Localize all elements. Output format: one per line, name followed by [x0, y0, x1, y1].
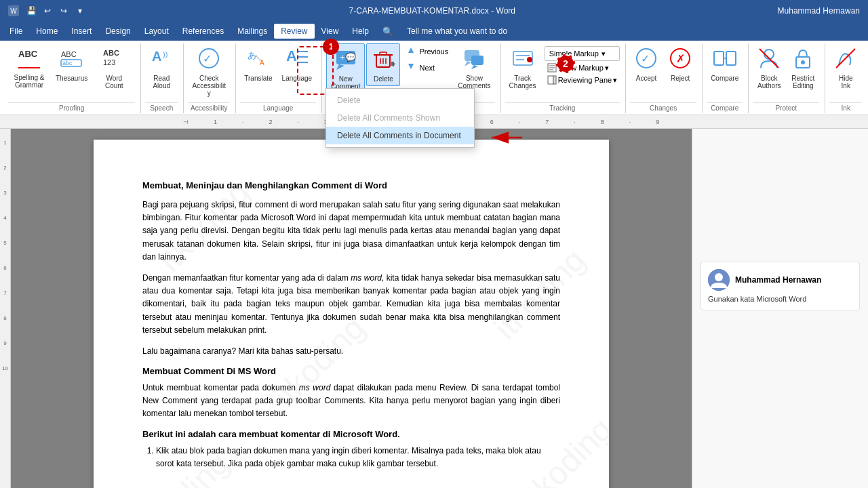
delete-all-document-menu-item[interactable]: Delete All Comments in Document — [326, 127, 474, 144]
main-area: 1 2 3 4 5 6 7 8 9 10 itkoding itkoding i… — [0, 129, 868, 488]
track-changes-button[interactable]: TrackChanges — [505, 43, 540, 92]
track-changes-label: TrackChanges — [509, 75, 536, 89]
ribbon-group-changes: ✓ Accept ✗ Reject Changes — [627, 43, 703, 113]
reject-button[interactable]: ✗ Reject — [664, 43, 696, 85]
restrict-editing-button[interactable]: RestrictEditing — [787, 43, 819, 92]
doc-paragraph-3: Lalu bagaimana caranya? Mari kita bahas … — [142, 345, 560, 358]
menu-tell-me[interactable]: Tell me what you want to do — [400, 24, 514, 39]
undo-btn[interactable]: ↩ — [41, 4, 54, 18]
translate-button[interactable]: あA Translate — [240, 43, 276, 85]
svg-rect-51 — [726, 52, 736, 65]
svg-text:+💬: +💬 — [340, 52, 357, 63]
read-aloud-label: ReadAloud — [153, 75, 170, 89]
left-ruler: 1 2 3 4 5 6 7 8 9 10 — [0, 129, 11, 488]
svg-text:A: A — [152, 49, 161, 64]
tracking-group-label: Tracking — [505, 102, 620, 113]
document-title: 7-CARA-MEMBUAT-KOMENTAR.docx - Word — [349, 6, 515, 16]
next-button[interactable]: Next — [401, 60, 452, 75]
quick-access-toolbar: 💾 ↩ ↪ ▾ — [24, 4, 87, 18]
block-authors-button[interactable]: BlockAuthors — [753, 43, 785, 92]
doc-section3-title: Berikut ini adalah cara membuat komentar… — [142, 429, 560, 439]
menu-references[interactable]: References — [176, 24, 231, 39]
delete-all-shown-menu-item[interactable]: Delete All Comments Shown — [326, 109, 474, 127]
accept-icon: ✓ — [634, 46, 658, 73]
menu-design[interactable]: Design — [98, 24, 137, 39]
list-item-1: Klik atau blok pada bagian dokumen mana … — [156, 445, 560, 470]
step1-indicator: 1 — [323, 39, 339, 55]
svg-marker-33 — [465, 61, 471, 66]
comment-user: Muhammad Hernawan — [708, 269, 852, 291]
redo-btn[interactable]: ↪ — [57, 4, 71, 18]
spelling-icon: ABC___ — [17, 46, 41, 73]
ribbon-group-ink: HideInk Ink — [827, 43, 867, 113]
accept-button[interactable]: ✓ Accept — [630, 43, 663, 85]
hide-ink-icon — [833, 46, 858, 73]
show-comments-button[interactable]: ShowComments — [454, 43, 494, 92]
reviewing-pane-button[interactable]: Reviewing Pane ▾ — [545, 75, 620, 85]
doc-paragraph-1: Bagi para pejuang skripsi, fitur comment… — [142, 199, 560, 264]
ribbon-group-speech: A)) ReadAloud Speech — [142, 43, 184, 113]
menu-mailings[interactable]: Mailings — [231, 24, 274, 39]
compare-button[interactable]: Compare — [707, 43, 743, 85]
title-bar-left: W 💾 ↩ ↪ ▾ — [8, 4, 87, 18]
compare-icon — [713, 46, 737, 73]
delete-menu-item[interactable]: Delete — [326, 92, 474, 109]
menu-insert[interactable]: Insert — [64, 24, 98, 39]
svg-text:123: 123 — [103, 58, 115, 66]
translate-icon: あA — [246, 46, 271, 73]
thesaurus-button[interactable]: ABCabc Thesaurus — [52, 43, 92, 85]
customize-btn[interactable]: ▾ — [73, 4, 87, 18]
svg-rect-34 — [471, 56, 484, 65]
numbered-list: Klik atau blok pada bagian dokumen mana … — [142, 445, 560, 470]
read-aloud-icon: A)) — [149, 46, 174, 73]
comment-text: Gunakan kata Microsoft Word — [708, 295, 852, 303]
reviewing-pane-arrow: ▾ — [613, 76, 617, 85]
comment-card: Muhammad Hernawan Gunakan kata Microsoft… — [701, 262, 860, 310]
reviewing-pane-icon — [547, 75, 557, 85]
new-comment-button[interactable]: +💬 NewComment 1 — [326, 43, 365, 94]
check-accessibility-button[interactable]: ✓ CheckAccessibility — [188, 43, 230, 100]
reject-label: Reject — [671, 75, 690, 82]
menu-search-icon[interactable]: 🔍 — [376, 24, 400, 39]
comment-avatar — [708, 269, 730, 291]
ribbon-group-language: あA Translate A Language Language — [237, 43, 322, 113]
show-comments-label: ShowComments — [458, 75, 490, 89]
doc-heading: Membuat, Meninjau dan Menghilangkan Comm… — [142, 180, 560, 190]
restrict-editing-icon — [791, 46, 815, 73]
svg-text:✗: ✗ — [676, 53, 685, 64]
menu-layout[interactable]: Layout — [138, 24, 176, 39]
svg-marker-31 — [408, 64, 414, 69]
svg-point-39 — [527, 57, 532, 62]
delete-button[interactable]: ▼ Delete — [366, 43, 400, 86]
menu-review[interactable]: Review — [274, 24, 314, 39]
spelling-grammar-button[interactable]: ABC___ Spelling & Grammar — [8, 43, 50, 92]
svg-text:abc: abc — [62, 60, 73, 66]
hide-ink-label: HideInk — [839, 75, 853, 89]
svg-text:ABC: ABC — [103, 49, 119, 57]
hide-ink-button[interactable]: HideInk — [829, 43, 862, 92]
menu-home[interactable]: Home — [29, 24, 64, 39]
previous-button[interactable]: Previous — [401, 43, 452, 59]
svg-marker-35 — [471, 65, 478, 69]
menu-view[interactable]: View — [315, 24, 346, 39]
word-count-button[interactable]: ABC123 Word Count — [93, 43, 135, 92]
restrict-editing-label: RestrictEditing — [791, 75, 814, 89]
comment-username: Muhammad Hernawan — [735, 275, 821, 285]
menu-file[interactable]: File — [3, 24, 29, 39]
svg-text:ABC: ABC — [61, 50, 77, 58]
svg-marker-30 — [408, 47, 414, 53]
svg-line-14 — [256, 56, 261, 61]
compare-label: Compare — [711, 75, 738, 82]
language-button[interactable]: A Language — [278, 43, 317, 85]
menu-help[interactable]: Help — [345, 24, 376, 39]
svg-point-59 — [715, 273, 723, 281]
svg-rect-24 — [380, 52, 387, 55]
accept-label: Accept — [636, 75, 657, 82]
thesaurus-label: Thesaurus — [56, 75, 87, 82]
ink-group-label: Ink — [829, 102, 862, 113]
previous-label: Previous — [419, 47, 448, 56]
markup-dropdown[interactable]: Simple Markup ▾ — [545, 46, 620, 61]
save-btn[interactable]: 💾 — [24, 4, 38, 18]
read-aloud-button[interactable]: A)) ReadAloud — [145, 43, 178, 92]
doc-area[interactable]: itkoding itkoding itkoding itkoding itko… — [11, 129, 692, 488]
